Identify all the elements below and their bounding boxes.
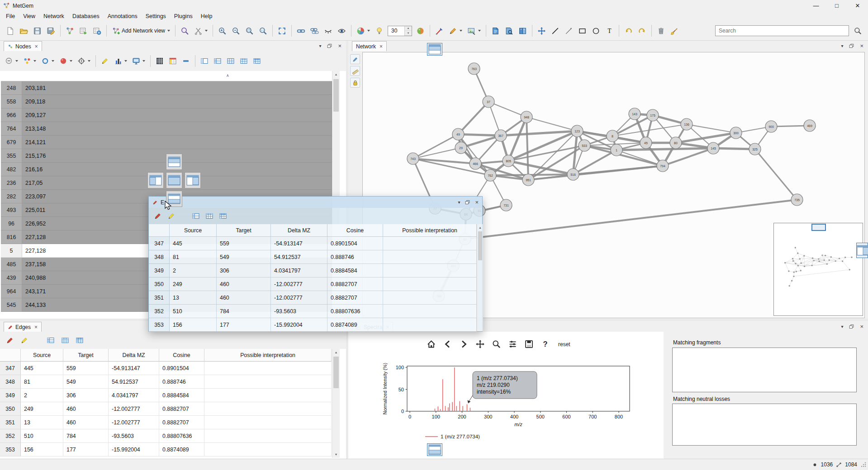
dock-edge-indicator-bottom[interactable] [427, 443, 442, 456]
text-tool-button[interactable]: T [603, 24, 616, 38]
network-node[interactable]: 533 [579, 140, 590, 151]
row-header[interactable]: 482 [1, 163, 22, 176]
row-header[interactable]: 352 [0, 429, 21, 443]
source-cell[interactable]: 510 [170, 305, 217, 318]
node-size-spinner[interactable]: 30▲▼ [388, 26, 412, 36]
source-cell[interactable]: 156 [170, 318, 217, 332]
cosine-cell[interactable]: 0.8884584 [327, 264, 383, 277]
add-network-view-button[interactable]: Add Network view [109, 24, 172, 38]
row-header[interactable]: 439 [1, 271, 22, 285]
pen-colors-button[interactable] [446, 24, 465, 38]
row-header[interactable]: 764 [1, 122, 22, 136]
edges-table-row[interactable]: 35113460-12.0027770.8882707 [149, 291, 477, 305]
edges-table-row[interactable]: 350249460-12.0027770.8882707 [149, 277, 477, 291]
show-linked-nodes-button[interactable] [294, 24, 308, 38]
network-node[interactable]: 1 [611, 144, 622, 156]
nodes-table-row[interactable]: 558209,118 [1, 95, 332, 108]
row-header[interactable]: 5 [1, 244, 22, 258]
help-button[interactable]: ? [539, 338, 551, 350]
ruler-button[interactable] [350, 66, 360, 76]
delta_mz-cell[interactable]: 4.0341797 [271, 264, 327, 277]
close-button[interactable]: ✕ [847, 0, 868, 11]
table-view-5-button[interactable] [73, 333, 86, 348]
dock-close-button[interactable]: × [860, 42, 863, 49]
search-button[interactable] [851, 24, 864, 38]
network-minimap[interactable] [773, 223, 863, 316]
edges-table-row[interactable]: 3488154954.9125370.888746 [0, 375, 332, 389]
row-header[interactable]: 350 [0, 402, 21, 416]
save-as-file-button[interactable] [44, 24, 57, 38]
row-header[interactable]: 679 [1, 136, 22, 149]
find-node-button[interactable] [75, 54, 93, 68]
open-file-button[interactable] [17, 24, 30, 38]
edges-table-row[interactable]: 347445559-54.9131470.8901504 [149, 237, 477, 250]
row-header[interactable]: 348 [0, 375, 21, 389]
line-tool-button[interactable] [549, 24, 562, 38]
menu-databases[interactable]: Databases [68, 12, 104, 21]
network-node[interactable]: 145 [707, 142, 719, 154]
pin-nodes-button[interactable] [433, 24, 446, 38]
edges-table-row[interactable]: 352510784-93.56030.88807636 [149, 305, 477, 318]
network-node[interactable]: 49 [452, 128, 464, 140]
plot-columns-button[interactable] [112, 54, 129, 68]
source-cell[interactable]: 445 [21, 362, 63, 375]
target-cell[interactable]: 549 [217, 250, 271, 264]
move-tool-button[interactable] [535, 24, 548, 38]
delta_mz-cell[interactable]: -12.002777 [271, 291, 327, 305]
edges-table-row[interactable]: 34923064.03417970.8884584 [149, 264, 477, 277]
edges-table-row[interactable]: 353156177-15.9920040.8874089 [0, 443, 332, 456]
delta_mz-cell[interactable]: -12.002777 [271, 277, 327, 291]
reset-button[interactable]: reset [555, 340, 573, 349]
row-header[interactable]: 349 [149, 264, 170, 277]
column-header-target[interactable]: Target [63, 349, 109, 362]
interpretation-cell[interactable] [383, 264, 477, 277]
show-items-button[interactable] [335, 24, 348, 38]
close-icon[interactable]: × [35, 43, 38, 50]
zoom-reset-button[interactable]: 1:1 [256, 24, 270, 38]
menu-plugins[interactable]: Plugins [170, 12, 197, 21]
spin-up-icon[interactable]: ▲ [405, 26, 412, 31]
table-headers-button[interactable] [190, 209, 202, 223]
target-cell[interactable]: 460 [217, 291, 271, 305]
source-cell[interactable]: 2 [21, 389, 63, 402]
dock-float-button[interactable] [849, 324, 854, 329]
dock-float-button[interactable] [465, 199, 470, 205]
pan-button[interactable] [474, 338, 486, 350]
zoom-selection-button[interactable] [243, 24, 256, 38]
target-cell[interactable]: 559 [217, 237, 271, 250]
zoom-out-button[interactable] [229, 24, 242, 38]
configure-subplots-button[interactable] [507, 338, 519, 350]
lock-button[interactable] [350, 78, 360, 88]
scrollbar-thumb[interactable] [333, 357, 339, 388]
menu-annotations[interactable]: Annotations [104, 12, 142, 21]
edges-table-row[interactable]: 3488154954.9125370.888746 [149, 250, 477, 264]
column-header-delta_mz[interactable]: Delta MZ [271, 224, 327, 237]
row-header[interactable]: 355 [1, 149, 22, 163]
cosine-cell[interactable]: 0.8882707 [327, 291, 383, 305]
network-node[interactable]: 8 [607, 130, 618, 142]
delta_mz-cell[interactable]: -93.5603 [109, 429, 159, 443]
nodes-column-header[interactable]: ∧ [1, 71, 332, 81]
target-cell[interactable]: 306 [63, 389, 109, 402]
row-header[interactable]: 349 [0, 389, 21, 402]
source-cell[interactable]: 2 [170, 264, 217, 277]
row-header[interactable]: 966 [1, 108, 22, 122]
dock-float-button[interactable] [849, 43, 854, 49]
dock-close-button[interactable]: × [338, 42, 342, 49]
highlight-selection-button[interactable] [39, 54, 57, 68]
row-header[interactable]: 351 [0, 416, 21, 429]
network-node[interactable]: 136 [681, 118, 693, 130]
row-header[interactable]: 558 [1, 95, 22, 108]
nodes-table-row[interactable]: 679214,121 [1, 136, 332, 149]
minimap-viewport[interactable] [812, 224, 825, 230]
table-view-5-button[interactable] [251, 54, 263, 68]
annotate-pencil-button[interactable] [350, 54, 360, 64]
pen-yellow-button[interactable] [18, 333, 31, 348]
column-header-interpretation[interactable]: Possible interpretation [383, 224, 477, 237]
network-node[interactable]: 123 [571, 125, 583, 137]
cosine-cell[interactable]: 0.8884584 [159, 389, 204, 402]
new-file-button[interactable] [4, 24, 17, 38]
edges-table-row[interactable]: 347445559-54.9131470.8901504 [0, 362, 332, 375]
column-header-target[interactable]: Target [217, 224, 271, 237]
table-view-3-button[interactable] [224, 54, 237, 68]
